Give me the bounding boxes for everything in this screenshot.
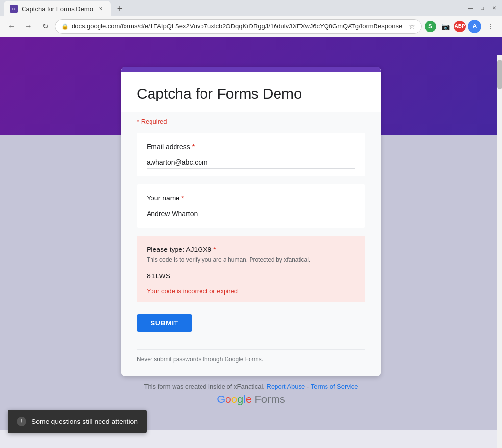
required-note: * Required	[137, 112, 365, 133]
terms-of-service-link[interactable]: Terms of Service	[311, 383, 358, 390]
form-footer-note: Never submit passwords through Google Fo…	[137, 349, 365, 363]
submit-button[interactable]: SUBMIT	[137, 314, 192, 332]
forward-button[interactable]: →	[22, 20, 35, 33]
page-footer: This form was created inside of xFanatic…	[0, 383, 502, 406]
captcha-description: This code is to verify you are a human. …	[147, 256, 355, 263]
email-field-group: Email address *	[137, 133, 365, 176]
url-text: docs.google.com/forms/d/e/1FAIpQLSex2Vuv…	[72, 23, 406, 30]
back-button[interactable]: ←	[5, 20, 19, 33]
form-body: * Required Email address * Your name *	[121, 112, 381, 376]
captcha-error-message: Your code is incorrect or expired	[147, 287, 355, 295]
captcha-input[interactable]	[147, 270, 355, 282]
refresh-button[interactable]: ↻	[38, 20, 52, 33]
name-input[interactable]	[147, 208, 355, 220]
captcha-label: Please type: AJ1GX9 *	[147, 246, 355, 253]
name-label: Your name *	[147, 194, 355, 202]
nav-right-icons: S 📷 ABP A ⋮	[425, 20, 497, 33]
address-bar[interactable]: 🔒 docs.google.com/forms/d/e/1FAIpQLSex2V…	[55, 19, 422, 34]
tab-close-button[interactable]: ✕	[97, 5, 105, 13]
active-tab[interactable]: C Captcha for Forms Demo ✕	[4, 1, 111, 17]
profile-button[interactable]: A	[468, 20, 481, 33]
tab-favicon: C	[10, 5, 18, 13]
lock-icon: 🔒	[61, 23, 69, 30]
toast-icon: !	[17, 417, 26, 426]
minimize-button[interactable]: —	[467, 4, 475, 12]
toast-notification: ! Some questions still need attention	[8, 410, 147, 433]
new-tab-button[interactable]: +	[113, 2, 126, 16]
adblock-icon[interactable]: ABP	[454, 21, 466, 32]
form-card: Captcha for Forms Demo * Required Email …	[121, 67, 381, 376]
toast-message: Some questions still need attention	[31, 418, 138, 425]
browser-chrome: C Captcha for Forms Demo ✕ + — □ ✕ ← → ↻…	[0, 0, 502, 37]
menu-button[interactable]: ⋮	[483, 20, 497, 33]
window-controls: — □ ✕	[467, 4, 498, 12]
name-field-group: Your name *	[137, 184, 365, 228]
email-input[interactable]	[147, 156, 355, 169]
submit-section: SUBMIT	[137, 310, 365, 340]
google-forms-logo: Google Forms	[0, 393, 502, 406]
form-title: Captcha for Forms Demo	[137, 85, 365, 102]
captcha-box: Please type: AJ1GX9 * This code is to ve…	[137, 236, 365, 302]
footer-text: This form was created inside of xFanatic…	[0, 383, 502, 390]
email-required-star: *	[192, 143, 195, 150]
navigation-bar: ← → ↻ 🔒 docs.google.com/forms/d/e/1FAIpQ…	[0, 16, 502, 37]
extension-s-icon[interactable]: S	[425, 21, 436, 32]
close-button[interactable]: ✕	[490, 4, 498, 12]
tab-bar: C Captcha for Forms Demo ✕ +	[4, 0, 467, 17]
name-required-star: *	[181, 194, 184, 202]
title-bar: C Captcha for Forms Demo ✕ + — □ ✕	[0, 0, 502, 16]
scrollbar-thumb[interactable]	[497, 60, 502, 89]
report-abuse-link[interactable]: Report Abuse	[267, 383, 305, 390]
scrollbar[interactable]	[497, 55, 502, 448]
bookmark-icon[interactable]: ☆	[409, 23, 415, 30]
form-header: Captcha for Forms Demo	[121, 67, 381, 112]
maximize-button[interactable]: □	[478, 4, 486, 12]
tab-title: Captcha for Forms Demo	[22, 5, 93, 13]
camera-icon[interactable]: 📷	[438, 20, 452, 33]
email-label: Email address *	[147, 143, 355, 150]
captcha-required-star: *	[213, 246, 216, 253]
page-background: Captcha for Forms Demo * Required Email …	[0, 37, 502, 430]
